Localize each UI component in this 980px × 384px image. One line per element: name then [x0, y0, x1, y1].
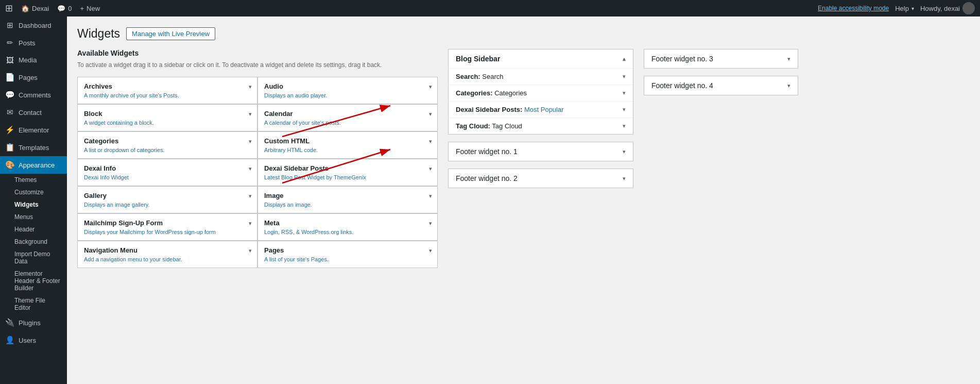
sidebar-item-pages[interactable]: 📄 Pages	[0, 69, 67, 86]
sidebar-item-posts[interactable]: ✏ Posts	[0, 34, 67, 52]
widget-categories[interactable]: Categories ▾ A list or dropdown of categ…	[77, 131, 257, 159]
widget-custom-html-desc: Arbitrary HTML code.	[264, 147, 431, 153]
widget-pages-name: Pages	[264, 246, 431, 254]
widget-pages[interactable]: Pages ▾ A list of your site's Pages.	[257, 241, 438, 268]
user-avatar	[962, 2, 975, 14]
sidebars-right-column: Footer widget no. 3 ▾ Footer widget no. …	[644, 49, 798, 95]
widget-mailchimp[interactable]: Mailchimp Sign-Up Form ▾ Displays your M…	[77, 213, 257, 241]
submenu-import-demo[interactable]: Import Demo Data	[0, 248, 67, 268]
widget-archives[interactable]: Archives ▾ A monthly archive of your sit…	[77, 77, 257, 104]
navigation-menu-chevron-icon: ▾	[249, 247, 252, 254]
widget-meta-name: Meta	[264, 219, 431, 227]
widget-block[interactable]: Block ▾ A widget containing a block.	[77, 104, 257, 131]
mailchimp-chevron-icon: ▾	[249, 220, 252, 227]
footer-widget-3-chevron-icon: ▾	[787, 56, 790, 62]
site-name: Dexai	[32, 5, 49, 12]
widget-image[interactable]: Image ▾ Displays an image.	[257, 186, 438, 213]
footer-widget-3-box: Footer widget no. 3 ▾	[644, 49, 798, 69]
blog-sidebar-search[interactable]: Search: Search ▾	[449, 68, 633, 85]
help-label: Help	[895, 5, 909, 12]
submenu-themes[interactable]: Themes	[0, 174, 67, 186]
footer-widget-2-header[interactable]: Footer widget no. 2 ▾	[449, 169, 633, 188]
house-icon: 🏠	[21, 5, 29, 12]
comments-bar[interactable]: 💬 0	[57, 5, 72, 12]
footer-widget-1-header[interactable]: Footer widget no. 1 ▾	[449, 142, 633, 161]
pages-icon: 📄	[5, 73, 14, 82]
sidebar-label-appearance: Appearance	[19, 161, 55, 169]
widget-grid: Archives ▾ A monthly archive of your sit…	[77, 77, 438, 268]
widget-mailchimp-desc: Displays your Mailchimp for WordPress si…	[84, 229, 251, 235]
sidebar-item-elementor[interactable]: ⚡ Elementor	[0, 121, 67, 139]
gallery-chevron-icon: ▾	[249, 193, 252, 199]
live-preview-button[interactable]: Manage with Live Preview	[126, 27, 215, 40]
howdy-label: Howdy, dexai	[920, 5, 960, 12]
sidebar-item-media[interactable]: 🖼 Media	[0, 52, 67, 69]
new-bar[interactable]: + New	[80, 5, 100, 12]
sidebar-item-appearance[interactable]: 🎨 Appearance	[0, 156, 67, 174]
footer-widget-3-header[interactable]: Footer widget no. 3 ▾	[644, 49, 798, 68]
pages-chevron-icon: ▾	[429, 247, 432, 254]
elementor-icon: ⚡	[5, 125, 14, 135]
submenu-header[interactable]: Header	[0, 223, 67, 236]
help-button[interactable]: Help ▾	[895, 5, 914, 12]
search-chevron-icon: ▾	[623, 73, 626, 80]
block-chevron-icon: ▾	[249, 111, 252, 118]
audio-chevron-icon: ▾	[429, 84, 432, 90]
sidebar-item-comments[interactable]: 💬 Comments	[0, 86, 67, 104]
tag-cloud-widget-label: Tag Cloud: Tag Cloud	[456, 122, 522, 130]
sidebar-item-dashboard[interactable]: ⊞ Dashboard	[0, 16, 67, 34]
submenu-menus[interactable]: Menus	[0, 211, 67, 223]
accessibility-mode-link[interactable]: Enable accessibility mode	[818, 5, 889, 12]
users-icon: 👤	[5, 336, 14, 345]
widget-dexai-sidebar-posts[interactable]: Dexai Sidebar Posts ▾ Latest Blog Post W…	[257, 159, 438, 186]
dexai-sidebar-posts-chevron-icon: ▾	[429, 165, 432, 172]
new-label: New	[87, 5, 100, 12]
sidebar-item-users[interactable]: 👤 Users	[0, 331, 67, 349]
sidebar-label-plugins: Plugins	[19, 319, 41, 327]
help-chevron-icon: ▾	[912, 6, 914, 11]
blog-sidebar-title: Blog Sidebar	[456, 55, 500, 63]
accessibility-link-text: Enable accessibility mode	[818, 5, 889, 12]
wp-logo-icon[interactable]: ⊞	[5, 3, 13, 14]
widget-calendar[interactable]: Calendar ▾ A calendar of your site's pos…	[257, 104, 438, 131]
widget-archives-name: Archives	[84, 82, 251, 90]
widget-dexai-info[interactable]: Dexai Info ▾ Dexai Info Widget	[77, 159, 257, 186]
widget-calendar-name: Calendar	[264, 110, 431, 118]
blog-sidebar-dexai-posts[interactable]: Dexai Sidebar Posts: Most Popular ▾	[449, 101, 633, 118]
available-widgets-title: Available Widgets	[77, 49, 438, 57]
sidebar-item-templates[interactable]: 📋 Templates	[0, 139, 67, 156]
dexai-posts-widget-label: Dexai Sidebar Posts: Most Popular	[456, 106, 564, 113]
footer-widget-4-header[interactable]: Footer widget no. 4 ▾	[644, 76, 798, 95]
blog-sidebar-categories[interactable]: Categories: Categories ▾	[449, 85, 633, 101]
blog-sidebar-header[interactable]: Blog Sidebar ▴	[449, 49, 633, 68]
widgets-layout: Available Widgets To activate a widget d…	[77, 49, 970, 268]
submenu-customize[interactable]: Customize	[0, 186, 67, 198]
widget-mailchimp-name: Mailchimp Sign-Up Form	[84, 219, 251, 227]
page-title: Widgets	[77, 27, 120, 41]
posts-icon: ✏	[5, 38, 14, 47]
archives-chevron-icon: ▾	[249, 84, 252, 90]
sidebar-label-users: Users	[19, 337, 36, 344]
widget-gallery[interactable]: Gallery ▾ Displays an image gallery.	[77, 186, 257, 213]
widget-meta[interactable]: Meta ▾ Login, RSS, & WordPress.org links…	[257, 213, 438, 241]
image-chevron-icon: ▾	[429, 193, 432, 199]
widget-navigation-menu[interactable]: Navigation Menu ▾ Add a navigation menu …	[77, 241, 257, 268]
widget-audio[interactable]: Audio ▾ Displays an audio player.	[257, 77, 438, 104]
site-name-bar[interactable]: 🏠 Dexai	[21, 5, 49, 12]
submenu-background[interactable]: Background	[0, 236, 67, 248]
comments-count: 0	[68, 5, 72, 12]
submenu-elementor-builder[interactable]: Elementor Header & Footer Builder	[0, 268, 67, 294]
submenu-widgets[interactable]: Widgets	[0, 198, 67, 211]
plus-icon: +	[80, 5, 84, 12]
submenu-theme-file-editor[interactable]: Theme File Editor	[0, 294, 67, 314]
sidebar-label-dashboard: Dashboard	[19, 22, 51, 29]
widget-gallery-name: Gallery	[84, 192, 251, 199]
widget-categories-name: Categories	[84, 137, 251, 145]
sidebar-item-contact[interactable]: ✉ Contact	[0, 104, 67, 121]
footer-widget-2-title: Footer widget no. 2	[456, 174, 518, 182]
blog-sidebar-box: Blog Sidebar ▴ Search: Search ▾ Categori…	[448, 49, 633, 135]
widget-custom-html[interactable]: Custom HTML ▾ Arbitrary HTML code.	[257, 131, 438, 159]
sidebar-item-plugins[interactable]: 🔌 Plugins	[0, 314, 67, 331]
footer-widget-1-box: Footer widget no. 1 ▾	[448, 142, 633, 161]
blog-sidebar-tag-cloud[interactable]: Tag Cloud: Tag Cloud ▾	[449, 118, 633, 134]
